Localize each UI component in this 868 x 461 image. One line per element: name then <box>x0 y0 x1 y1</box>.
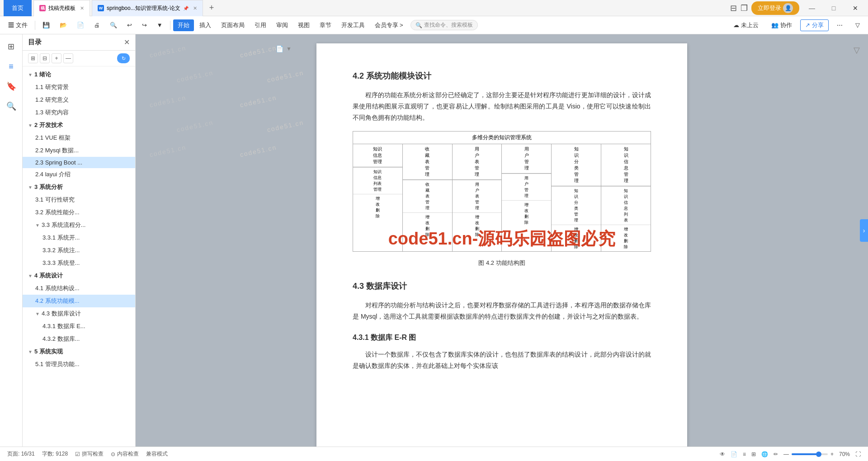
menu-insert[interactable]: 插入 <box>195 19 216 31</box>
menu-dev[interactable]: 开发工具 <box>337 19 369 31</box>
left-icon-toc[interactable]: ≡ <box>3 58 20 75</box>
toc-item-s333[interactable]: 3.3.3 系统登... <box>23 257 135 269</box>
chart-col5-title: 知识分类管理 <box>552 144 601 186</box>
btn-expand[interactable]: ▽ <box>851 20 864 30</box>
toc-item-s31[interactable]: 3.1 可行性研究 <box>23 193 135 206</box>
toc-item-s51[interactable]: 5.1 管理员功能... <box>23 358 135 371</box>
view-read-icon[interactable]: 👁 <box>720 451 725 457</box>
toc-label-s11: 1.1 研究背景 <box>35 83 69 91</box>
chart-col5-item2: 增改删除 <box>552 225 601 251</box>
zoom-slider[interactable] <box>792 453 828 455</box>
tab-home[interactable]: 首页 <box>4 0 32 16</box>
toc-item-s331[interactable]: 3.3.1 系统开... <box>23 231 135 244</box>
toc-item-s432[interactable]: 4.3.2 数据库... <box>23 333 135 345</box>
wm-10: code51.cn <box>239 94 277 109</box>
toc-item-s33[interactable]: ▼ 3.3 系统流程分... <box>23 219 135 231</box>
tab2-pin[interactable]: 📌 <box>183 6 189 11</box>
tab-doc[interactable]: W springboo...知识管理系统-论文 📌 ✕ <box>92 0 203 16</box>
menu-toolbar-print[interactable]: 🖨 <box>90 20 104 30</box>
fullscreen-button[interactable]: ⛶ <box>855 451 861 457</box>
toc-item-s41[interactable]: 4.1 系统结构设... <box>23 282 135 295</box>
zoom-minus-button[interactable]: — <box>783 451 789 457</box>
menu-vip[interactable]: 会员专享 > <box>370 19 408 31</box>
close-button[interactable]: ✕ <box>846 0 864 16</box>
toc-item-s3[interactable]: ▼ 3 系统分析 <box>23 181 135 193</box>
compat-mode[interactable]: 兼容模式 <box>146 450 168 458</box>
sidebar-close-button[interactable]: ✕ <box>124 38 130 47</box>
toc-item-s24[interactable]: 2.4 layui 介绍 <box>23 168 135 181</box>
menu-toolbar-undo[interactable]: ↩ <box>123 20 137 30</box>
filter-icon[interactable]: ▽ <box>854 46 860 55</box>
left-icon-search[interactable]: 🔍 <box>3 98 20 115</box>
chart-col3-item1: 用户表管理 <box>453 180 502 212</box>
spell-check[interactable]: ☑ 拼写检查 <box>75 450 104 458</box>
toc-item-s4[interactable]: ▼ 4 系统设计 <box>23 269 135 282</box>
right-panel-button[interactable]: › <box>860 219 868 242</box>
menu-toolbar-more[interactable]: ▼ <box>152 20 167 30</box>
view-edit-icon[interactable]: ✏ <box>774 451 778 457</box>
menu-file[interactable]: ☰ 文件 <box>4 19 32 31</box>
toc-refresh-btn[interactable]: ↻ <box>117 53 130 63</box>
menu-start[interactable]: 开始 <box>173 19 194 31</box>
menu-layout[interactable]: 页面布局 <box>217 19 249 31</box>
left-icon-bookmark[interactable]: 🔖 <box>3 78 20 95</box>
tiled-icon[interactable]: ⊟ <box>730 3 737 13</box>
view-globe-icon[interactable]: 🌐 <box>761 451 768 457</box>
doc-area[interactable]: code51.cn code51.cn code51.cn code51.cn … <box>136 34 868 447</box>
toc-label-s331: 3.3.1 系统开... <box>42 234 80 242</box>
zoom-plus-button[interactable]: + <box>830 451 834 457</box>
btn-cloud[interactable]: ☁ 未上云 <box>729 19 763 31</box>
toc-item-s21[interactable]: 2.1 VUE 框架 <box>23 132 135 144</box>
minimize-button[interactable]: — <box>803 0 821 16</box>
toc-item-s32[interactable]: 3.2 系统性能分... <box>23 206 135 219</box>
login-button[interactable]: 立即登录 👤 <box>751 1 799 15</box>
btn-collab[interactable]: 👥 协作 <box>767 19 797 31</box>
btn-share[interactable]: ↗ 分享 <box>800 19 829 31</box>
menu-toolbar-redo[interactable]: ↪ <box>137 20 151 30</box>
func-structure-chart: 多维分类的知识管理系统 知识信息管理 知识信息列表管理 增改删除 收藏表管理 收… <box>353 131 651 252</box>
toc-expand-all[interactable]: ⊞ <box>28 53 38 63</box>
toc-item-s23[interactable]: 2.3 Spring Boot ... <box>23 157 135 168</box>
chart-col2-title: 收藏表管理 <box>403 144 452 180</box>
menu-chapter[interactable]: 章节 <box>315 19 336 31</box>
toc-item-s332[interactable]: 3.3.2 系统注... <box>23 244 135 257</box>
toc-item-s11[interactable]: 1.1 研究背景 <box>23 81 135 94</box>
menu-review[interactable]: 审阅 <box>272 19 292 31</box>
toc-item-s12[interactable]: 1.2 研究意义 <box>23 94 135 106</box>
tab-add-button[interactable]: + <box>205 3 219 13</box>
toc-remove[interactable]: — <box>63 53 73 63</box>
btn-more-menu[interactable]: ⋯ <box>832 20 847 30</box>
toc-item-s5[interactable]: ▼ 5 系统实现 <box>23 345 135 358</box>
view-doc-icon[interactable]: 📄 <box>731 451 737 457</box>
menu-view[interactable]: 视图 <box>293 19 314 31</box>
menu-toolbar-pdf[interactable]: 📄 <box>72 20 89 30</box>
toc-item-s2[interactable]: ▼ 2 开发技术 <box>23 119 135 132</box>
menu-refs[interactable]: 引用 <box>250 19 271 31</box>
chart-col1-title: 知识信息管理 <box>353 144 402 167</box>
toc-item-s43[interactable]: ▼ 4.3 数据库设计 <box>23 307 135 320</box>
menu-toolbar-open[interactable]: 📂 <box>55 20 71 30</box>
tab2-close[interactable]: ✕ <box>193 5 197 11</box>
left-icon-pages[interactable]: ⊞ <box>3 38 20 55</box>
menu-toolbar-preview[interactable]: 🔍 <box>105 20 122 30</box>
toc-item-s431[interactable]: 4.3.1 数据库 E... <box>23 320 135 333</box>
page-dropdown[interactable]: ▼ <box>286 46 292 52</box>
menu-toolbar-save[interactable]: 💾 <box>38 20 54 30</box>
toc-item-s42[interactable]: 4.2 系统功能模... <box>23 295 135 307</box>
toc-label-s24: 2.4 layui 介绍 <box>35 170 71 179</box>
view-layout-icon[interactable]: ⊞ <box>751 451 756 457</box>
restore-icon[interactable]: ❐ <box>741 3 748 13</box>
search-box[interactable]: 🔍 查找命令、搜索模板 <box>410 20 478 30</box>
content-check[interactable]: ⊙ 内容检查 <box>111 450 139 458</box>
maximize-button[interactable]: □ <box>825 0 843 16</box>
toc-item-s22[interactable]: 2.2 Mysql 数据... <box>23 144 135 157</box>
toc-add[interactable]: + <box>52 53 61 63</box>
toc-item-s13[interactable]: 1.3 研究内容 <box>23 106 135 119</box>
chart-col2-item1: 收藏表管理 <box>403 180 452 212</box>
tab-muke[interactable]: 稿 找稿壳模板 ✕ <box>33 0 90 16</box>
tab1-close[interactable]: ✕ <box>80 5 84 11</box>
view-list-icon[interactable]: ≡ <box>743 451 746 457</box>
toc-collapse-all[interactable]: ⊟ <box>40 53 50 63</box>
toc-item-s1[interactable]: ▼ 1 绪论 <box>23 68 135 81</box>
toc-label-s31: 3.1 可行性研究 <box>35 196 75 204</box>
